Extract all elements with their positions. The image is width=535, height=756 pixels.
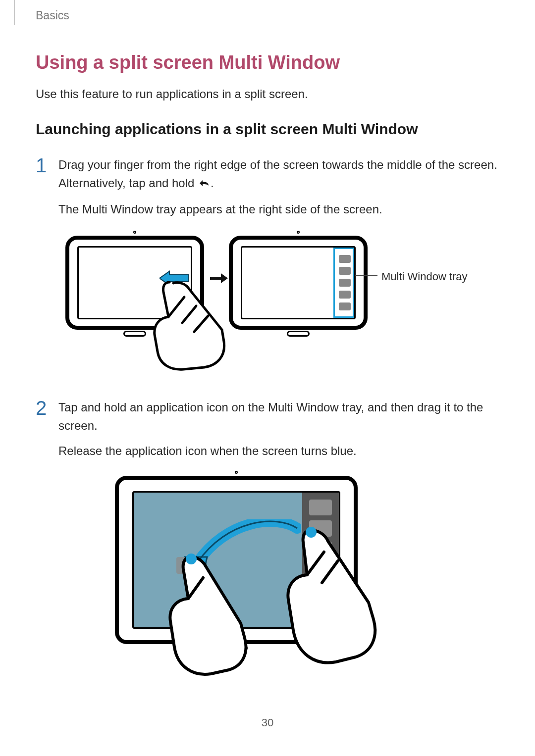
step1-line2: The Multi Window tray appears at the rig…: [58, 200, 501, 218]
intro-text: Use this feature to run applications in …: [36, 87, 501, 101]
step1-text-b: .: [211, 176, 214, 190]
camera-dot: [235, 471, 238, 474]
step2-line2: Release the application icon when the sc…: [58, 442, 501, 460]
step1-text-a: Drag your finger from the right edge of …: [58, 158, 497, 190]
back-icon: [198, 175, 211, 193]
hand-swipe-illustration: [135, 277, 229, 371]
svg-marker-1: [210, 273, 228, 283]
tablet-after-screen: [241, 246, 356, 319]
step2-line1: Tap and hold an application icon on the …: [58, 398, 501, 435]
hand-drop-illustration: [144, 550, 248, 679]
multi-window-tray: [333, 248, 354, 318]
tray-tile: [339, 255, 351, 263]
header-rule: [14, 0, 15, 25]
camera-dot: [297, 231, 300, 234]
tray-tile: [339, 302, 351, 310]
page-heading: Using a split screen Multi Window: [36, 52, 501, 73]
step-2: 2 Tap and hold an application icon on th…: [36, 398, 501, 467]
svg-point-5: [306, 527, 317, 538]
callout-leader: [355, 275, 377, 276]
step-body: Tap and hold an application icon on the …: [58, 398, 501, 467]
step-1: 1 Drag your finger from the right edge o…: [36, 155, 501, 226]
tray-tile: [309, 500, 332, 515]
tray-tile: [339, 267, 351, 275]
tablet-after: [229, 236, 368, 330]
camera-dot: [133, 231, 136, 234]
figure-swipe: Multi Window tray: [65, 236, 472, 369]
step-body: Drag your finger from the right edge of …: [58, 155, 501, 226]
step-number: 1: [36, 155, 49, 175]
arrow-right-icon: [210, 273, 228, 283]
breadcrumb: Basics: [36, 9, 69, 22]
hand-hold-illustration: [264, 523, 377, 672]
section-heading: Launching applications in a split screen…: [36, 121, 501, 138]
step-number: 2: [36, 398, 49, 418]
step1-line1: Drag your finger from the right edge of …: [58, 155, 501, 193]
callout-label: Multi Window tray: [381, 270, 468, 283]
page-number: 30: [262, 716, 273, 729]
home-button: [287, 331, 310, 337]
figure-drag: [115, 476, 422, 689]
tray-tile: [339, 279, 351, 287]
tray-tile: [339, 291, 351, 299]
svg-point-4: [186, 554, 197, 564]
page-content: Using a split screen Multi Window Use th…: [36, 52, 501, 689]
